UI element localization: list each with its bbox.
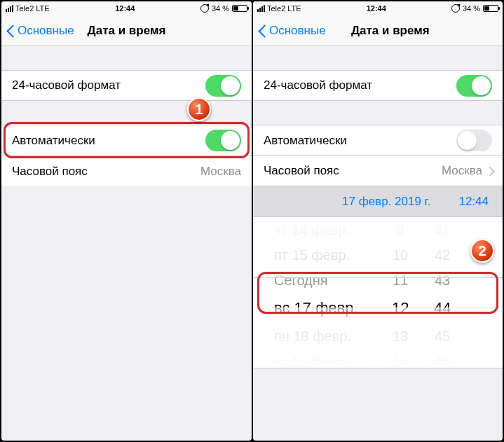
cell-timezone-label: Часовой пояс [264, 164, 339, 178]
back-button[interactable]: Основные [259, 24, 326, 38]
battery-pct: 34 % [212, 4, 229, 13]
picker-hour-option[interactable]: 14 [393, 349, 408, 368]
toggle-24hour[interactable] [456, 75, 492, 97]
picker-hour-option[interactable]: 9 [396, 217, 404, 242]
status-time: 12:44 [115, 4, 135, 13]
picker-min-option[interactable]: 42 [435, 242, 450, 268]
picker-date-option[interactable]: пт 15 февр. [274, 242, 350, 268]
cell-timezone[interactable]: Часовой пояс Москва [253, 156, 503, 186]
page-title: Дата и время [351, 24, 430, 38]
toggle-auto[interactable] [205, 130, 241, 151]
status-bar: Tele2 LTE 12:44 34 % [253, 1, 503, 15]
back-label: Основные [18, 24, 74, 38]
location-refresh-icon [451, 4, 460, 13]
toggle-24hour[interactable] [205, 75, 241, 97]
cell-24hour: 24-часовой формат [1, 70, 252, 101]
selected-time-label: 12:44 [458, 195, 489, 209]
cell-24hour-label: 24-часовой формат [12, 78, 121, 92]
page-title: Дата и время [88, 24, 166, 38]
battery-icon [232, 5, 247, 12]
chevron-left-icon [259, 24, 267, 38]
picker-hour-option[interactable]: 10 [393, 242, 408, 268]
network-label: LTE [287, 4, 301, 13]
cell-auto-label: Автоматически [12, 134, 95, 148]
carrier-label: Tele2 [267, 4, 285, 13]
annotation-badge-2: 2 [470, 239, 494, 263]
screen-after: Tele2 LTE 12:44 34 % Основные Дата и вре… [253, 1, 503, 441]
picker-date-option[interactable]: чт 14 февр. [274, 217, 350, 242]
status-bar: Tele2 LTE 12:44 34 % [1, 1, 252, 15]
cell-auto: Автоматически [1, 125, 252, 156]
cell-timezone[interactable]: Часовой пояс Москва [1, 156, 252, 186]
selected-date-label: 17 февр. 2019 г. [342, 195, 430, 209]
toggle-auto[interactable] [456, 130, 492, 151]
cell-auto: Автоматически [253, 125, 503, 156]
status-left: Tele2 LTE [257, 4, 301, 13]
picker-min-option[interactable]: 41 [435, 217, 450, 242]
cell-timezone-value: Москва [442, 164, 482, 178]
screen-before: Tele2 LTE 12:44 34 % Основные Дата и вре… [1, 1, 252, 441]
datetime-picker[interactable]: чт 14 февр. пт 15 февр. Сегодня вс 17 фе… [253, 217, 503, 368]
back-label: Основные [269, 24, 326, 38]
picker-hour-option[interactable]: 13 [393, 324, 408, 349]
carrier-label: Tele2 [15, 4, 34, 13]
group-24hour: 24-часовой формат [253, 70, 503, 101]
cell-timezone-label: Часовой пояс [12, 165, 88, 179]
group-24hour: 24-часовой формат [1, 70, 252, 101]
location-refresh-icon [200, 4, 209, 13]
chevron-left-icon [7, 24, 15, 38]
group-auto-timezone: Автоматически Часовой пояс Москва [1, 125, 252, 186]
chevron-right-icon [486, 167, 492, 176]
picker-date-option[interactable]: пн 18 февр. [274, 324, 351, 349]
cell-timezone-value: Москва [200, 165, 241, 179]
signal-icon [6, 5, 13, 12]
status-left: Tele2 LTE [6, 4, 50, 13]
picker-min-option[interactable]: 45 [435, 324, 450, 349]
annotation-badge-1: 1 [187, 97, 211, 121]
cell-24hour-label: 24-часовой формат [264, 78, 372, 92]
battery-icon [483, 5, 498, 12]
status-right: 34 % [451, 4, 498, 13]
status-right: 34 % [200, 4, 247, 13]
network-label: LTE [36, 4, 49, 13]
cell-auto-label: Автоматически [264, 134, 347, 148]
group-auto-timezone: Автоматически Часовой пояс Москва [253, 125, 503, 186]
cell-24hour: 24-часовой формат [253, 70, 503, 101]
battery-pct: 34 % [463, 4, 480, 13]
selected-datetime-display[interactable]: 17 февр. 2019 г. 12:44 [253, 186, 503, 217]
nav-bar: Основные Дата и время [253, 15, 503, 46]
nav-bar: Основные Дата и время [1, 15, 252, 46]
status-time: 12:44 [367, 4, 386, 13]
picker-min-option[interactable]: 46 [435, 349, 450, 368]
signal-icon [257, 5, 265, 12]
back-button[interactable]: Основные [7, 24, 74, 38]
picker-date-option[interactable]: вт 19 февр. [274, 349, 350, 368]
